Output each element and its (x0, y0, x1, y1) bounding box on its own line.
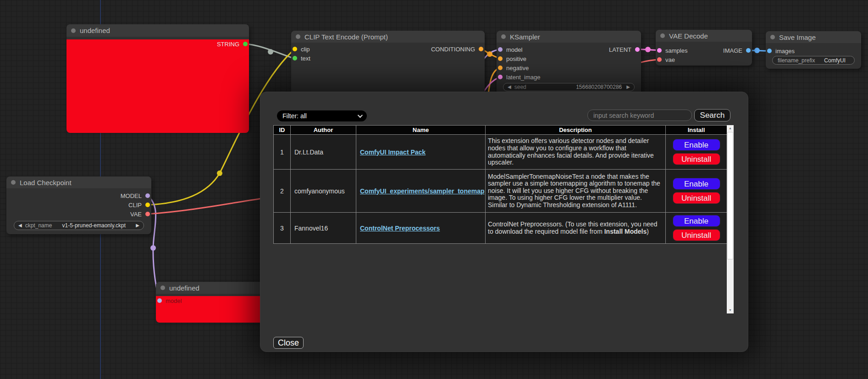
node-title-bar[interactable]: CLIP Text Encode (Prompt) (291, 31, 485, 43)
node-ksampler[interactable]: KSampler model LATENT positive negative … (497, 31, 641, 95)
widget-value: ComfyUI (815, 57, 850, 64)
node-collapse-dot[interactable] (501, 34, 506, 39)
node-collapse-dot[interactable] (770, 35, 775, 39)
close-button[interactable]: Close (273, 337, 304, 349)
uninstall-button[interactable]: Uninstall (673, 153, 720, 165)
extension-table: ID Author Name Description Install 1 Dr.… (273, 125, 727, 244)
input-label: negative (506, 65, 529, 71)
positive-input-port[interactable] (498, 56, 503, 61)
cell-description: ModelSamplerTonemapNoiseTest a node that… (486, 170, 666, 213)
node-title-bar[interactable]: undefined (156, 282, 266, 294)
wire-dot-clip[interactable] (217, 170, 222, 176)
node-undefined-top[interactable]: undefined STRING (66, 24, 249, 130)
model-input-port[interactable] (157, 298, 162, 303)
string-output-port[interactable] (243, 42, 248, 46)
node-collapse-dot[interactable] (71, 28, 76, 33)
header-id: ID (274, 126, 291, 135)
enable-button[interactable]: Enable (673, 215, 720, 227)
node-title: Load Checkpoint (20, 179, 72, 187)
node-undefined-bottom[interactable]: undefined model (156, 282, 266, 320)
input-label: positive (506, 55, 526, 62)
widget-value: v1-5-pruned-emaonly.ckpt (52, 222, 136, 229)
images-input-port[interactable] (767, 49, 772, 53)
filter-select-value: Filter: all (282, 112, 307, 120)
node-title-bar[interactable]: undefined (66, 24, 249, 37)
search-input[interactable] (587, 110, 692, 121)
wire-dot-model[interactable] (150, 245, 156, 251)
filter-select[interactable]: Filter: all (277, 110, 367, 121)
vae-input-port[interactable] (657, 57, 662, 62)
extension-link[interactable]: ControlNet Preprocessors (360, 225, 440, 232)
cell-description: ControlNet Preprocessors. (To use this e… (486, 213, 666, 244)
node-title: CLIP Text Encode (Prompt) (304, 33, 388, 41)
output-label: STRING (217, 41, 239, 48)
conditioning-output-port[interactable] (479, 47, 483, 51)
node-title-bar[interactable]: Save Image (766, 31, 861, 43)
uninstall-button[interactable]: Uninstall (673, 229, 720, 241)
table-row: 2 comfyanonymous ComfyUI_experiments/sam… (274, 170, 727, 213)
ckpt-name-widget[interactable]: ◀ ckpt_name v1-5-pruned-emaonly.ckpt ▶ (14, 221, 144, 230)
vae-output-port[interactable] (145, 212, 150, 216)
node-load-checkpoint[interactable]: Load Checkpoint MODEL CLIP VAE ◀ ckpt_na… (6, 176, 151, 234)
widget-value: 156680208700286 (526, 84, 627, 90)
output-label: CLIP (128, 202, 142, 209)
node-collapse-dot[interactable] (160, 286, 165, 290)
node-error-body: STRING (66, 39, 249, 133)
input-label: clip (301, 46, 310, 53)
clip-output-port[interactable] (145, 203, 150, 207)
node-title-bar[interactable]: Load Checkpoint (6, 176, 151, 188)
table-scrollbar[interactable]: ▲ ▼ (727, 125, 734, 313)
scroll-up-icon[interactable]: ▲ (727, 125, 734, 132)
cell-description: This extension offers various detector n… (486, 135, 666, 170)
extension-link[interactable]: ComfyUI Impact Pack (360, 148, 426, 156)
decrement-arrow-icon[interactable]: ◀ (508, 85, 511, 89)
samples-input-port[interactable] (657, 48, 662, 53)
input-label: latent_image (506, 74, 540, 81)
input-label: samples (665, 47, 687, 54)
header-install: Install (666, 126, 727, 135)
extension-link[interactable]: ComfyUI_experiments/sampler_tonemap (360, 187, 485, 195)
latent-image-input-port[interactable] (498, 75, 503, 79)
output-label: VAE (130, 211, 142, 218)
wire-dot-string[interactable] (268, 49, 273, 55)
negative-input-port[interactable] (498, 66, 503, 70)
wire-dot-image[interactable] (754, 48, 760, 53)
wire-dot-cond[interactable] (487, 51, 492, 57)
increment-arrow-icon[interactable]: ▶ (626, 85, 630, 89)
filename-prefix-widget[interactable]: filename_prefix ComfyUI (772, 56, 855, 65)
scroll-down-icon[interactable]: ▼ (727, 307, 734, 313)
text-input-port[interactable] (293, 56, 297, 60)
model-output-port[interactable] (145, 193, 150, 198)
node-vae-decode[interactable]: VAE Decode samples IMAGE vae (656, 30, 752, 66)
output-label: CONDITIONING (431, 46, 475, 53)
scrollbar-thumb[interactable] (727, 132, 733, 259)
node-title: undefined (169, 284, 199, 292)
node-collapse-dot[interactable] (11, 180, 16, 185)
latent-output-port[interactable] (635, 47, 640, 52)
widget-name: ckpt_name (25, 222, 52, 229)
seed-widget[interactable]: ◀ seed 156680208700286 ▶ (503, 83, 635, 91)
widget-name: seed (514, 84, 526, 90)
cell-author: comfyanonymous (291, 170, 356, 213)
previous-arrow-icon[interactable]: ◀ (18, 223, 22, 228)
model-input-port[interactable] (498, 47, 503, 52)
clip-input-port[interactable] (293, 47, 297, 51)
chevron-down-icon (358, 113, 363, 118)
image-output-port[interactable] (746, 48, 751, 53)
enable-button[interactable]: Enable (673, 139, 720, 151)
node-collapse-dot[interactable] (296, 34, 300, 39)
node-save-image[interactable]: Save Image images filename_prefix ComfyU… (766, 31, 861, 69)
node-title-bar[interactable]: VAE Decode (656, 30, 752, 42)
next-arrow-icon[interactable]: ▶ (136, 223, 139, 228)
node-title-bar[interactable]: KSampler (497, 31, 641, 43)
node-title: VAE Decode (669, 32, 708, 40)
table-header-row: ID Author Name Description Install (274, 126, 727, 135)
uninstall-button[interactable]: Uninstall (673, 192, 720, 204)
node-collapse-dot[interactable] (660, 33, 665, 38)
input-label: text (301, 55, 310, 62)
search-button[interactable]: Search (694, 109, 730, 121)
wire-dot-latent[interactable] (645, 47, 651, 52)
enable-button[interactable]: Enable (673, 178, 720, 190)
output-label: IMAGE (723, 47, 742, 54)
cell-id: 1 (274, 135, 291, 170)
